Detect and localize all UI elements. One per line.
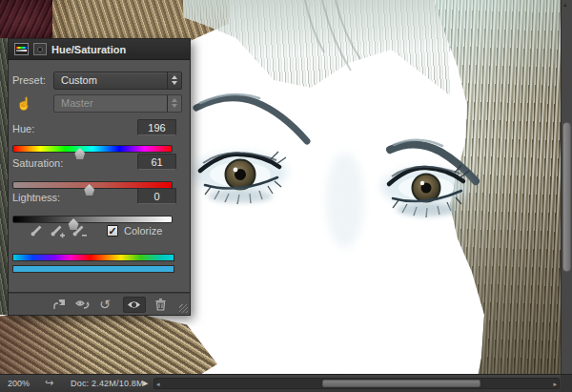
photo-hair-top — [183, 0, 450, 95]
clip-to-layer-icon[interactable] — [51, 296, 66, 313]
panel-footer: ↺ — [9, 293, 190, 315]
lightness-label: Lightness: — [12, 192, 60, 203]
hue-slider-thumb[interactable] — [74, 148, 86, 159]
hue-slider[interactable] — [12, 145, 173, 153]
channel-dropdown[interactable]: Master — [53, 94, 182, 113]
stepper-icon[interactable] — [167, 72, 181, 89]
stepper-icon[interactable] — [167, 95, 181, 112]
clip-indicator-icon[interactable] — [33, 43, 47, 55]
hue-label: Hue: — [12, 123, 34, 134]
output-spectrum-bar — [12, 265, 174, 273]
horizontal-scrollbar-thumb[interactable] — [322, 380, 480, 387]
scroll-up-icon[interactable]: ▴ — [563, 1, 567, 9]
colorize-checkbox[interactable]: ✓ — [107, 225, 118, 237]
preset-label: Preset: — [12, 74, 53, 86]
scroll-right-icon[interactable]: ▸ — [553, 381, 557, 388]
eyedropper-icon[interactable] — [30, 224, 43, 238]
preset-dropdown[interactable]: Custom — [53, 72, 182, 90]
vertical-scrollbar-thumb[interactable] — [562, 122, 571, 272]
targeted-adjustment-tool-icon[interactable]: ☝ — [12, 96, 53, 111]
left-eyebrow — [196, 94, 307, 141]
nose-bridge-shading — [326, 153, 364, 248]
hue-saturation-thumbnail-icon[interactable] — [14, 43, 29, 55]
status-options-arrow-icon[interactable]: ▶ — [143, 380, 148, 387]
panel-header: Hue/Saturation — [9, 39, 190, 60]
preset-value: Custom — [61, 74, 97, 86]
colorize-control[interactable]: ✓ Colorize — [107, 225, 162, 237]
delete-icon[interactable] — [154, 296, 167, 313]
saturation-label: Saturation: — [12, 157, 63, 169]
saturation-slider-thumb[interactable] — [84, 184, 95, 196]
scrollbar-corner — [561, 375, 572, 392]
eye-icon — [127, 299, 141, 310]
saturation-value-field[interactable]: 61 — [137, 154, 176, 170]
hue-value-field[interactable]: 196 — [137, 119, 176, 135]
eyedropper-add-icon[interactable] — [50, 224, 65, 238]
scroll-left-icon[interactable]: ◂ — [156, 381, 160, 388]
panel-resize-grip[interactable] — [179, 304, 188, 313]
reset-icon[interactable]: ↺ — [99, 296, 111, 313]
lightness-value-field[interactable]: 0 — [137, 188, 176, 204]
hue-saturation-panel: Hue/Saturation Preset: Custom ☝ Master H… — [8, 38, 191, 316]
left-eye — [192, 152, 287, 204]
colorize-label: Colorize — [124, 225, 162, 237]
eyedropper-subtract-icon[interactable] — [72, 224, 87, 238]
horizontal-scrollbar[interactable]: ◂ ▸ — [153, 378, 560, 389]
status-bar: 200% ↪ Doc: 2.42M/10.8M ▶ ◂ ▸ — [0, 374, 572, 392]
visibility-button[interactable] — [123, 297, 146, 313]
document-size-readout: Doc: 2.42M/10.8M — [71, 379, 144, 388]
previous-state-icon[interactable] — [74, 296, 91, 313]
input-spectrum-bar — [12, 254, 174, 261]
panel-title: Hue/Saturation — [51, 44, 126, 55]
channel-value: Master — [61, 97, 93, 109]
share-icon[interactable]: ↪ — [45, 377, 53, 389]
zoom-level-field[interactable]: 200% — [8, 379, 40, 388]
vertical-scrollbar[interactable]: ▴ — [561, 0, 572, 374]
